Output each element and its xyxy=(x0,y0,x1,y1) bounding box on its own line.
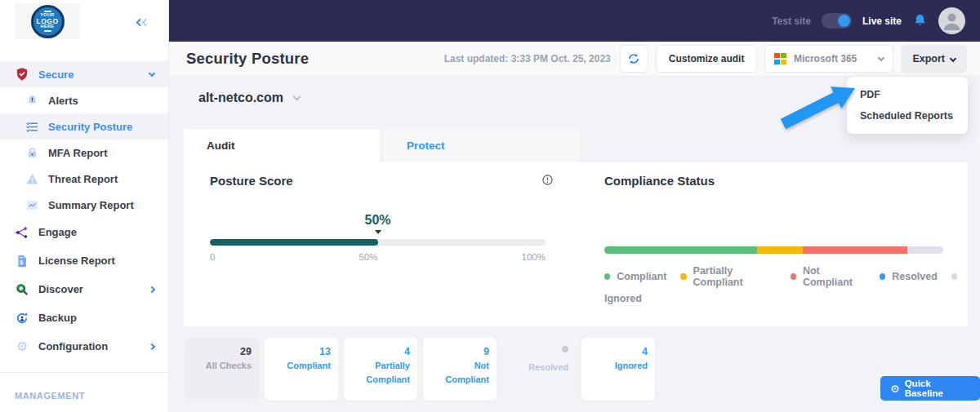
chevron-down-icon xyxy=(950,55,956,61)
notifications-bell-icon[interactable] xyxy=(912,13,928,29)
sidebar-item-label: Threat Report xyxy=(48,173,118,185)
annotation-arrow xyxy=(777,78,858,132)
legend-dot-resolved xyxy=(880,273,885,280)
checklist-icon xyxy=(24,120,39,134)
gauge-track xyxy=(210,239,546,246)
legend-dot-compliant xyxy=(604,273,610,280)
chevron-down-icon xyxy=(878,54,884,60)
gauge-tick-max: 100% xyxy=(522,252,546,262)
audit-panel: Posture Score 50% 0 50% 100% Compliance … xyxy=(184,162,968,326)
export-button[interactable]: Export xyxy=(901,45,967,73)
compliance-status-title: Compliance Status xyxy=(604,174,715,188)
sidebar-item-label: Engage xyxy=(38,226,77,238)
page-title: Security Posture xyxy=(186,50,309,68)
sidebar-item-mfa-report[interactable]: MFA Report xyxy=(0,140,168,166)
chevron-left-icon xyxy=(142,19,150,27)
sidebar-item-threat-report[interactable]: Threat Report xyxy=(0,166,168,192)
card-compliant[interactable]: 13 Compliant xyxy=(265,338,338,401)
tab-audit[interactable]: Audit xyxy=(184,129,380,162)
gauge-tick-mid: 50% xyxy=(359,252,377,262)
sidebar-item-label: Secure xyxy=(38,69,74,81)
line-chart-icon xyxy=(24,198,39,212)
sidebar-item-discover[interactable]: Discover xyxy=(0,275,168,303)
chevron-right-icon xyxy=(149,343,155,349)
card-label: Partially Compliant xyxy=(351,359,410,386)
network-icon xyxy=(15,225,29,240)
refresh-icon xyxy=(627,52,640,65)
legend-label-compliant: Compliant xyxy=(617,271,666,282)
card-value: 4 xyxy=(404,346,410,357)
sidebar-item-security-posture[interactable]: Security Posture xyxy=(0,113,168,140)
summary-cards: 29 All Checks 13 Compliant 4 Partially C… xyxy=(185,338,655,401)
card-all-checks[interactable]: 29 All Checks xyxy=(185,338,259,401)
legend-label-resolved: Resolved xyxy=(892,271,938,282)
card-value: 13 xyxy=(319,346,331,357)
sidebar-item-license-report[interactable]: $ License Report xyxy=(0,246,168,275)
sidebar-item-label: Backup xyxy=(38,312,77,324)
sidebar-divider xyxy=(0,372,168,373)
page-header: Security Posture Last updated: 3:33 PM O… xyxy=(169,42,980,77)
card-value: 4 xyxy=(642,346,648,357)
quick-baseline-label: Quick Baseline xyxy=(905,379,970,398)
sidebar-item-secure[interactable]: Secure xyxy=(0,61,168,87)
sidebar-item-alerts[interactable]: Alerts xyxy=(0,87,168,113)
card-label: All Checks xyxy=(206,359,252,373)
card-partially-compliant[interactable]: 4 Partially Compliant xyxy=(344,338,417,401)
sidebar-item-label: Summary Report xyxy=(48,199,134,211)
card-not-compliant[interactable]: 9 Not Compliant xyxy=(423,338,497,401)
sidebar-item-label: Alerts xyxy=(48,95,78,107)
bell-alert-icon xyxy=(24,94,39,108)
card-label: Ignored xyxy=(615,359,648,373)
sidebar-collapse-button[interactable] xyxy=(137,14,149,29)
export-dropdown-menu: PDF Scheduled Reports xyxy=(847,77,968,134)
compliance-legend: Compliant Partially Compliant Not Compli… xyxy=(604,265,964,309)
export-button-label: Export xyxy=(912,53,945,64)
sidebar-item-configuration[interactable]: ⚙ Configuration xyxy=(0,332,168,361)
product-selector-dropdown[interactable]: Microsoft 365 xyxy=(764,45,893,73)
test-site-label: Test site xyxy=(772,16,811,27)
sidebar: YOUR LOGO HERE Secure Alerts Sec xyxy=(0,0,169,412)
segment-partially-compliant xyxy=(757,246,803,254)
export-menu-item-scheduled-reports[interactable]: Scheduled Reports xyxy=(847,105,968,126)
sidebar-item-engage[interactable]: Engage xyxy=(0,218,168,246)
restore-icon xyxy=(15,311,29,326)
legend-label-ignored: Ignored xyxy=(604,293,642,304)
sidebar-item-label: Discover xyxy=(38,283,83,295)
sidebar-item-label: Configuration xyxy=(38,340,108,352)
segment-ignored xyxy=(907,246,943,254)
export-menu-item-pdf[interactable]: PDF xyxy=(847,84,968,105)
customize-audit-button[interactable]: Customize audit xyxy=(656,45,758,73)
quick-baseline-button[interactable]: ⚙ Quick Baseline xyxy=(880,376,980,401)
site-name: alt-netco.com xyxy=(198,91,283,105)
site-toggle[interactable] xyxy=(822,13,852,29)
company-logo: YOUR LOGO HERE xyxy=(15,3,80,39)
chevron-down-icon xyxy=(293,93,301,101)
sidebar-item-backup[interactable]: Backup xyxy=(0,303,168,332)
microsoft-logo-icon xyxy=(774,53,786,65)
resolved-disabled-dot xyxy=(562,346,568,352)
gear-icon: ⚙ xyxy=(15,340,29,353)
invoice-icon: $ xyxy=(15,254,29,268)
sidebar-nav: Secure Alerts Security Posture MFA Repor… xyxy=(0,61,168,361)
card-label: Resolved xyxy=(528,361,568,374)
sidebar-item-summary-report[interactable]: Summary Report xyxy=(0,192,168,218)
card-ignored[interactable]: 4 Ignored xyxy=(581,338,655,401)
refresh-button[interactable] xyxy=(620,45,648,73)
tab-protect[interactable]: Protect xyxy=(384,129,580,162)
svg-text:$: $ xyxy=(20,259,23,266)
card-value: 29 xyxy=(240,346,252,357)
chevron-down-icon xyxy=(149,69,155,76)
logo-text-line3: HERE xyxy=(41,24,55,29)
info-icon[interactable] xyxy=(541,174,554,189)
card-label: Not Compliant xyxy=(430,359,489,386)
card-label: Compliant xyxy=(287,359,331,373)
sidebar-item-label: Security Posture xyxy=(48,121,132,133)
chevron-right-icon xyxy=(149,286,155,292)
site-selector-dropdown[interactable]: alt-netco.com xyxy=(198,91,300,105)
shield-icon xyxy=(15,67,29,82)
card-resolved[interactable]: Resolved xyxy=(502,338,576,401)
management-section-label: MANAGEMENT xyxy=(15,391,85,401)
posture-score-title: Posture Score xyxy=(210,174,293,188)
user-avatar[interactable] xyxy=(938,7,965,34)
legend-label-partially-compliant: Partially Compliant xyxy=(693,265,777,288)
